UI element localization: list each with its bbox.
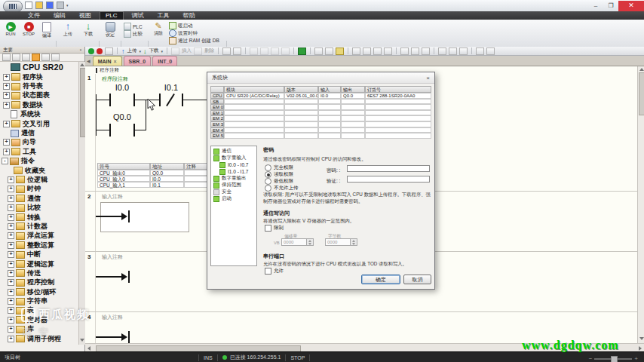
compile-button[interactable]: 编译 bbox=[38, 22, 56, 39]
menu-view[interactable]: 视图 bbox=[74, 12, 97, 20]
tree-item-shift-rotate[interactable]: +移位/循环 bbox=[0, 287, 78, 296]
network4-comment[interactable]: 输入注释 bbox=[102, 314, 123, 321]
comment-toggle-icon[interactable] bbox=[449, 48, 457, 55]
menu-help[interactable]: 帮助 bbox=[178, 12, 201, 20]
tree-item-string[interactable]: +字符串 bbox=[0, 296, 78, 305]
module-row-cpu[interactable]: CPU CPU SR20 (AC/DC/Relay) V02.05.01_00.… bbox=[210, 93, 431, 99]
settings-di-i1[interactable]: I1.0 - I1.7 bbox=[211, 168, 256, 175]
menu-file[interactable]: 文件 bbox=[23, 12, 45, 20]
tab-sbr0[interactable]: SBR_0 bbox=[124, 56, 152, 66]
settings-digital-inputs[interactable]: 数字量输入 bbox=[211, 155, 256, 161]
settings-di-i0[interactable]: I0.0 - I0.7 bbox=[211, 161, 256, 168]
warm-start-button[interactable]: 暖启动 bbox=[169, 22, 193, 29]
write-all-icon[interactable] bbox=[336, 48, 344, 55]
module-row-sb[interactable]: SB bbox=[210, 99, 431, 105]
menu-debug[interactable]: 调试 bbox=[127, 12, 149, 20]
scroll-down-icon[interactable] bbox=[80, 339, 84, 342]
print-icon[interactable] bbox=[56, 2, 64, 9]
box-icon[interactable] bbox=[422, 48, 430, 55]
upload-dropdown-icon[interactable]: ▾ bbox=[140, 49, 142, 54]
ok-button[interactable]: 确定 bbox=[361, 275, 400, 284]
tab-close-icon[interactable]: × bbox=[114, 59, 117, 64]
compile-icon[interactable] bbox=[105, 48, 113, 55]
pin-icon[interactable]: ▪ bbox=[80, 48, 81, 52]
view-icon-3[interactable] bbox=[22, 54, 30, 61]
maximize-button[interactable]: ❐ bbox=[603, 1, 618, 11]
upload-button[interactable]: ↑ 上传 bbox=[58, 22, 78, 38]
force-icon[interactable] bbox=[298, 48, 306, 55]
tree-item-move[interactable]: +传送 bbox=[0, 268, 78, 278]
delete-network-icon[interactable] bbox=[194, 48, 202, 55]
tree-item-communication[interactable]: 通信 bbox=[0, 128, 78, 137]
tree-item-status-chart[interactable]: +状态图表 bbox=[0, 91, 78, 100]
settings-retentive-ranges[interactable]: 保持范围 bbox=[211, 182, 256, 189]
zoom-control[interactable]: − + bbox=[589, 355, 638, 362]
tree-item-favorites[interactable]: 收藏夹 bbox=[0, 166, 78, 175]
line-left-icon[interactable] bbox=[373, 48, 382, 55]
pause-status-icon[interactable] bbox=[233, 48, 241, 55]
module-row-em4[interactable]: EM 4 bbox=[210, 127, 431, 133]
module-row-em1[interactable]: EM 1 bbox=[210, 110, 431, 116]
tree-item-compare[interactable]: +比较 bbox=[0, 203, 78, 212]
compare-button[interactable]: 比较 bbox=[124, 30, 143, 38]
download-label[interactable]: 下载 bbox=[149, 48, 159, 54]
tree-item-program-control[interactable]: +程序控制 bbox=[0, 278, 78, 287]
stop-icon[interactable] bbox=[97, 48, 103, 54]
run-button[interactable]: ▶ RUN bbox=[2, 22, 19, 36]
radio-minimum-permission[interactable]: 最低权限 bbox=[265, 178, 293, 185]
editor-vertical-scrollbar[interactable] bbox=[637, 66, 644, 343]
tree-item-wizard[interactable]: +向导 bbox=[0, 138, 78, 147]
help-icon[interactable] bbox=[486, 48, 495, 55]
scroll-up-icon[interactable] bbox=[639, 68, 644, 71]
branch-up-icon[interactable] bbox=[363, 48, 371, 55]
open-folder-icon[interactable] bbox=[35, 2, 43, 9]
tree-item-counters[interactable]: +计数器 bbox=[0, 222, 78, 231]
network3-comment[interactable]: 输入注释 bbox=[102, 253, 123, 261]
symbol-row[interactable]: CPU_输出0 Q0.0 bbox=[97, 170, 213, 176]
module-row-em3[interactable]: EM 3 bbox=[210, 121, 431, 127]
program-status-icon[interactable] bbox=[222, 48, 231, 55]
scroll-right-icon[interactable] bbox=[639, 346, 642, 351]
cancel-button[interactable]: 取消 bbox=[403, 275, 431, 284]
next-bookmark-icon[interactable] bbox=[260, 48, 268, 55]
stop-button[interactable]: ■ STOP bbox=[20, 22, 38, 36]
symbol-row[interactable]: CPU_输入0 I0.0 bbox=[97, 176, 213, 182]
tree-item-comm-instr[interactable]: +通信 bbox=[0, 194, 78, 203]
tree-item-system-block[interactable]: 系统块 bbox=[0, 110, 78, 119]
tree-item-convert[interactable]: +转换 bbox=[0, 213, 78, 222]
settings-digital-outputs[interactable]: 数字量输出 bbox=[211, 175, 256, 182]
contact-label-i00[interactable]: I0.0 bbox=[108, 83, 136, 92]
tree-item-logic-ops[interactable]: +逻辑运算 bbox=[0, 259, 78, 268]
address-col-header[interactable]: 地址 bbox=[150, 163, 184, 170]
bookmark-icon[interactable] bbox=[250, 48, 258, 55]
tree-item-interrupt[interactable]: +中断 bbox=[0, 250, 78, 259]
program-comment[interactable]: 程序注释 bbox=[100, 67, 119, 74]
create-db-button[interactable]: 通过 RAM 创建 DB bbox=[169, 37, 219, 44]
scroll-up-icon[interactable] bbox=[80, 63, 84, 66]
upload-label[interactable]: 上传 bbox=[127, 48, 137, 54]
tree-item-cpu[interactable]: CPU SR20 bbox=[0, 62, 78, 72]
scroll-thumb[interactable] bbox=[639, 72, 644, 115]
view-icon-active[interactable] bbox=[32, 54, 40, 61]
settings-communication[interactable]: 通信 bbox=[211, 148, 256, 155]
branch-down-icon[interactable] bbox=[352, 48, 360, 55]
download-button[interactable]: ↓ 下载 bbox=[78, 22, 98, 38]
address-toggle-icon[interactable] bbox=[438, 48, 446, 55]
view-icon-5[interactable] bbox=[41, 54, 50, 61]
line-right-icon[interactable] bbox=[384, 48, 392, 55]
view-icon-1[interactable] bbox=[2, 54, 11, 61]
menu-tools[interactable]: 工具 bbox=[152, 12, 175, 20]
tree-item-tools[interactable]: +工具 bbox=[0, 147, 78, 156]
verify-input[interactable] bbox=[347, 176, 430, 183]
tree-item-symbol-table[interactable]: +符号表 bbox=[0, 81, 78, 90]
properties-icon[interactable] bbox=[476, 48, 484, 55]
run-icon[interactable] bbox=[88, 48, 94, 54]
tab-int0[interactable]: INT_0 bbox=[152, 56, 177, 66]
menu-edit[interactable]: 编辑 bbox=[48, 12, 71, 20]
dialog-title-bar[interactable]: 系统块 × bbox=[207, 72, 434, 84]
set-clock-button[interactable]: 设置时钟 bbox=[169, 29, 198, 37]
tab-nav-left-icon[interactable]: ◀ bbox=[87, 58, 90, 63]
sidebar-scrollbar[interactable] bbox=[78, 62, 85, 345]
zoom-out-icon[interactable]: − bbox=[589, 355, 593, 362]
tree-item-clock[interactable]: +时钟 bbox=[0, 185, 78, 194]
